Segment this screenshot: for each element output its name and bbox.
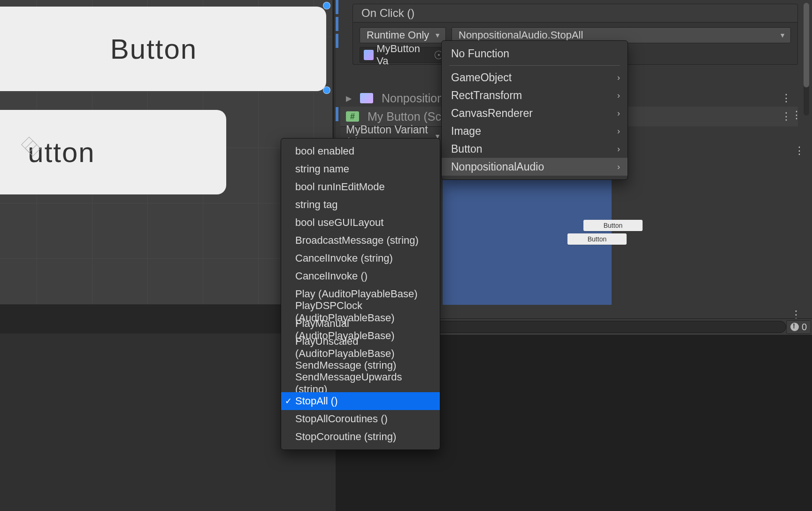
selection-handle-bottom-right[interactable] (323, 86, 330, 94)
menu-item-label: Image (451, 125, 481, 138)
prefab-override-markers (336, 0, 338, 52)
method-label: string tag (295, 199, 338, 211)
console-counts: 0 0 0 (786, 320, 812, 334)
game-button-1: Button (583, 220, 643, 231)
menu-item-image[interactable]: Image › (442, 122, 628, 140)
kebab-menu-icon[interactable]: ⋮ (781, 110, 792, 123)
menu-item-canvasrenderer[interactable]: CanvasRenderer › (442, 104, 628, 122)
game-button-1-label: Button (604, 222, 622, 229)
method-label: string name (295, 163, 349, 175)
component-label: My Button (Sc (368, 110, 441, 124)
runtime-mode-label: Runtime Only (367, 29, 429, 41)
method-item[interactable]: BroadcastMessage (string) (281, 232, 440, 249)
method-label: SendMessage (string) (295, 359, 396, 372)
method-item[interactable]: bool enabled (281, 142, 440, 160)
menu-item-label: CanvasRenderer (451, 107, 533, 120)
prefab-override-marker-2 (336, 107, 338, 121)
prefab-icon (360, 93, 373, 103)
kebab-menu-icon[interactable]: ⋮ (781, 92, 792, 104)
kebab-menu-icon[interactable]: ⋮ (791, 109, 803, 121)
selection-handle-top-right[interactable] (323, 2, 330, 9)
menu-separator (449, 65, 620, 66)
method-item[interactable]: string tag (281, 196, 440, 214)
menu-item-label: No Function (451, 47, 509, 60)
method-label: CancelInvoke (string) (295, 252, 393, 264)
chevron-right-icon: › (617, 91, 620, 101)
menu-item-button[interactable]: Button › (442, 140, 628, 158)
chevron-right-icon: › (617, 108, 620, 118)
info-icon (790, 323, 799, 331)
chevron-right-icon: › (617, 162, 620, 172)
game-view[interactable]: Button Button (443, 170, 612, 305)
expand-triangle-icon[interactable]: ▶ (346, 94, 352, 103)
caret-down-icon: ▼ (434, 31, 441, 39)
caret-down-icon: ▼ (779, 31, 786, 39)
method-item[interactable]: SendMessageUpwards (string) (281, 374, 440, 392)
rect-tool-gizmo[interactable] (23, 139, 38, 154)
chevron-right-icon: › (617, 126, 620, 136)
menu-item-recttransform[interactable]: RectTransform › (442, 86, 628, 104)
runtime-mode-dropdown[interactable]: Runtime Only ▼ (360, 27, 446, 43)
method-item[interactable]: bool useGUILayout (281, 214, 440, 232)
menu-item-gameobject[interactable]: GameObject › (442, 69, 628, 86)
info-count-value: 0 (802, 322, 807, 333)
menu-item-label: Button (451, 143, 483, 155)
script-icon: # (346, 111, 359, 122)
method-item-stopall[interactable]: StopAll () (281, 392, 440, 410)
function-method-menu[interactable]: bool enabled string name bool runInEditM… (281, 138, 440, 450)
method-item[interactable]: bool runInEditMode (281, 178, 440, 196)
method-label: BroadcastMessage (string) (295, 234, 419, 247)
method-item[interactable]: PlayUnscaled (AuditoPlayableBase) (281, 339, 440, 356)
inspector-scrollbar[interactable] (804, 3, 809, 116)
method-label: StopAllCoroutines () (295, 413, 388, 425)
game-button-2: Button (567, 233, 627, 245)
menu-item-no-function[interactable]: No Function (442, 45, 628, 62)
method-label: StopCoroutine (string) (295, 431, 396, 443)
scene-button-1[interactable]: Button (0, 7, 326, 91)
function-component-menu[interactable]: No Function GameObject › RectTransform ›… (441, 40, 628, 180)
prefab-icon (364, 50, 374, 60)
info-count[interactable]: 0 (786, 320, 811, 334)
on-click-label: On Click () (361, 7, 414, 20)
menu-item-label: NonpositionalAudio (451, 161, 544, 173)
method-label: Play (AuditoPlayableBase) (295, 288, 417, 300)
game-button-2-label: Button (588, 235, 606, 243)
menu-item-nonpositionalaudio[interactable]: NonpositionalAudio › (442, 158, 628, 176)
method-label: bool runInEditMode (295, 181, 385, 193)
kebab-menu-icon[interactable]: ⋮ (794, 145, 805, 157)
method-label: bool enabled (295, 145, 354, 157)
method-label: bool useGUILayout (295, 217, 383, 229)
method-item[interactable]: StopCoroutine (string) (281, 428, 440, 446)
method-item[interactable]: StopAllCoroutines () (281, 410, 440, 428)
target-object-field[interactable]: MyButton Va (360, 47, 446, 63)
function-label: NonpositionalAudio.StopAll (459, 29, 583, 41)
scrollbar-thumb[interactable] (804, 3, 809, 87)
on-click-header[interactable]: On Click () (352, 4, 798, 23)
method-label: CancelInvoke () (295, 270, 368, 282)
method-item[interactable]: string name (281, 160, 440, 178)
target-object-label: MyButton Va (376, 43, 432, 67)
method-item[interactable]: CancelInvoke () (281, 267, 440, 285)
menu-item-label: RectTransform (451, 89, 522, 102)
menu-item-label: GameObject (451, 71, 512, 84)
method-label: StopAll () (295, 395, 337, 407)
chevron-right-icon: › (617, 73, 620, 83)
scene-button-1-label: Button (110, 33, 197, 65)
chevron-right-icon: › (617, 144, 620, 154)
method-item[interactable]: CancelInvoke (string) (281, 249, 440, 267)
